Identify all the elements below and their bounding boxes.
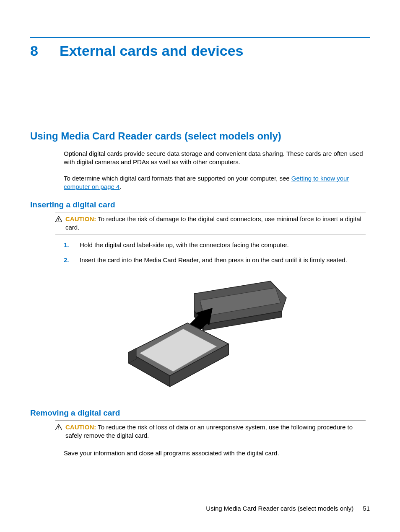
caution-label: CAUTION: xyxy=(65,424,96,431)
step-text: Insert the card into the Media Card Read… xyxy=(80,256,347,264)
inserting-title: Inserting a digital card xyxy=(30,200,370,209)
step-number: 1. xyxy=(64,241,71,249)
list-item: 1. Hold the digital card label-side up, … xyxy=(64,241,366,249)
chapter-number: 8 xyxy=(30,43,43,59)
step-text: Hold the digital card label-side up, wit… xyxy=(80,241,289,249)
section-title: Using Media Card Reader cards (select mo… xyxy=(30,130,370,142)
sd-card-icon xyxy=(129,323,229,387)
para2-pre: To determine which digital card formats … xyxy=(64,175,291,182)
warning-icon xyxy=(55,215,62,232)
section-para2: To determine which digital card formats … xyxy=(64,174,366,191)
caution-label: CAUTION: xyxy=(65,215,96,222)
page-number: 51 xyxy=(363,505,370,512)
list-item: 2. Insert the card into the Media Card R… xyxy=(64,256,366,264)
warning-icon xyxy=(55,423,62,440)
section-body: Optional digital cards provide secure da… xyxy=(64,150,366,191)
removing-title: Removing a digital card xyxy=(30,408,370,418)
inserting-steps: 1. Hold the digital card label-side up, … xyxy=(64,241,366,265)
page-footer: Using Media Card Reader cards (select mo… xyxy=(206,505,370,512)
svg-point-2 xyxy=(58,220,59,221)
inserting-caution: CAUTION: To reduce the risk of damage to… xyxy=(55,212,366,235)
chapter-rule xyxy=(30,37,370,38)
caution-text: To reduce the risk of loss of data or an… xyxy=(65,424,353,439)
footer-section-title: Using Media Card Reader cards (select mo… xyxy=(206,505,353,512)
para2-post: . xyxy=(119,183,121,190)
removing-para: Save your information and close all prog… xyxy=(64,449,366,457)
section-para1: Optional digital cards provide secure da… xyxy=(64,150,366,167)
chapter-title: External cards and devices xyxy=(60,43,243,59)
caution-text: To reduce the risk of damage to the digi… xyxy=(65,215,361,231)
card-insertion-illustration xyxy=(30,273,370,396)
svg-point-18 xyxy=(58,429,59,429)
removing-caution: CAUTION: To reduce the risk of loss of d… xyxy=(55,420,366,443)
step-number: 2. xyxy=(64,256,71,264)
removing-body: Save your information and close all prog… xyxy=(64,449,366,457)
chapter-header: 8 External cards and devices xyxy=(30,43,370,59)
